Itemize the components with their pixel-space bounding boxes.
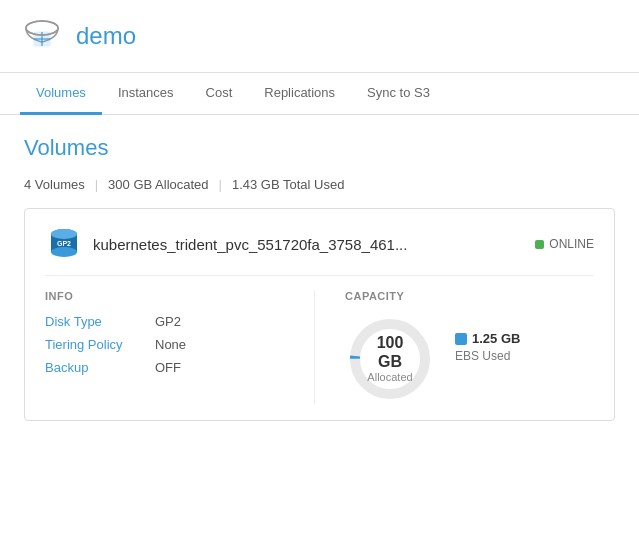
- ebs-color-indicator: [455, 333, 467, 345]
- tab-sync-to-s3[interactable]: Sync to S3: [351, 73, 446, 115]
- backup-key: Backup: [45, 360, 155, 375]
- ebs-used-value: 1.25 GB: [472, 331, 520, 346]
- volume-body: INFO Disk Type GP2 Tiering Policy None B…: [45, 290, 594, 404]
- svg-point-7: [51, 247, 77, 257]
- donut-allocated: Allocated: [367, 372, 412, 385]
- status-label: ONLINE: [549, 237, 594, 251]
- disk-type-value: GP2: [155, 314, 181, 329]
- svg-text:GP2: GP2: [57, 240, 71, 247]
- volumes-count: 4 Volumes: [24, 177, 85, 192]
- status-badge: ONLINE: [535, 237, 594, 251]
- app-logo-icon: [20, 14, 64, 58]
- volume-type-icon: GP2: [45, 225, 83, 263]
- tiering-policy-value: None: [155, 337, 186, 352]
- volume-card: GP2 kubernetes_trident_pvc_551720fa_3758…: [24, 208, 615, 421]
- used-stat: 1.43 GB Total Used: [232, 177, 345, 192]
- volume-info-section: INFO Disk Type GP2 Tiering Policy None B…: [45, 290, 315, 404]
- volume-name: kubernetes_trident_pvc_551720fa_3758_461…: [93, 236, 525, 253]
- stats-bar: 4 Volumes | 300 GB Allocated | 1.43 GB T…: [24, 177, 615, 192]
- app-title: demo: [76, 22, 136, 50]
- tab-volumes[interactable]: Volumes: [20, 73, 102, 115]
- ebs-legend-item: 1.25 GB: [455, 331, 520, 346]
- ebs-used-label: EBS Used: [455, 349, 520, 363]
- divider-1: |: [95, 177, 98, 192]
- tab-bar: Volumes Instances Cost Replications Sync…: [0, 73, 639, 115]
- info-row-disktype: Disk Type GP2: [45, 314, 294, 329]
- allocated-stat: 300 GB Allocated: [108, 177, 208, 192]
- page-title: Volumes: [24, 135, 615, 161]
- volume-capacity-section: CAPACITY 100 GB Alloc: [315, 290, 594, 404]
- app-header: demo: [0, 0, 639, 73]
- info-section-label: INFO: [45, 290, 294, 302]
- divider-2: |: [219, 177, 222, 192]
- backup-value: OFF: [155, 360, 181, 375]
- ebs-legend: 1.25 GB EBS Used: [455, 331, 520, 363]
- info-row-tiering: Tiering Policy None: [45, 337, 294, 352]
- status-indicator: [535, 240, 544, 249]
- disk-type-key: Disk Type: [45, 314, 155, 329]
- svg-point-8: [51, 229, 77, 239]
- tiering-policy-key: Tiering Policy: [45, 337, 155, 352]
- info-row-backup: Backup OFF: [45, 360, 294, 375]
- donut-gb: 100 GB: [367, 333, 412, 371]
- volume-header: GP2 kubernetes_trident_pvc_551720fa_3758…: [45, 225, 594, 276]
- tab-instances[interactable]: Instances: [102, 73, 190, 115]
- main-content: Volumes 4 Volumes | 300 GB Allocated | 1…: [0, 115, 639, 441]
- donut-center-label: 100 GB Allocated: [367, 333, 412, 385]
- capacity-donut-chart: 100 GB Allocated: [345, 314, 435, 404]
- tab-cost[interactable]: Cost: [190, 73, 249, 115]
- tab-replications[interactable]: Replications: [248, 73, 351, 115]
- capacity-section-label: CAPACITY: [345, 290, 435, 302]
